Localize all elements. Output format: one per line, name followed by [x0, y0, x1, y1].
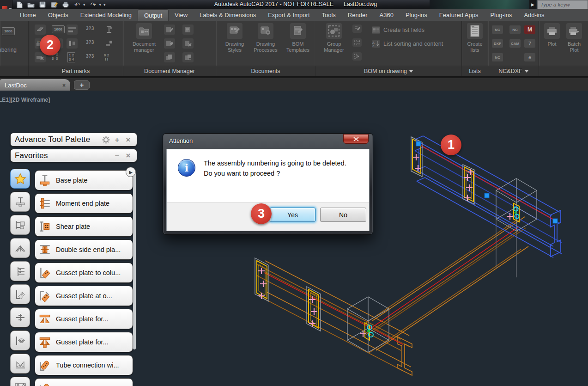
nc-export-icon[interactable]: NC	[509, 25, 521, 34]
tool-tube-connection[interactable]: Tube connection wi...	[35, 355, 133, 375]
tool-gusset-plate-to-column[interactable]: Gusset plate to colu...	[35, 263, 133, 283]
tool-double-side-end-plate[interactable]: Double side end pla...	[35, 239, 133, 260]
drawing-styles-button[interactable]: Drawing Styles	[221, 23, 249, 53]
tab-featured-apps[interactable]: Featured Apps	[433, 9, 485, 21]
plates-mark-icon[interactable]	[67, 38, 78, 49]
document-tab-lastdoc[interactable]: LastDoc ×	[0, 79, 70, 92]
category-tube-button[interactable]	[10, 331, 30, 350]
inventor-export-icon[interactable]: 7	[524, 39, 535, 48]
tab-tools[interactable]: Tools	[316, 9, 342, 21]
doc-delete-icon[interactable]	[182, 38, 194, 49]
search-go-icon[interactable]: ▶	[529, 0, 536, 9]
category-gusset-button[interactable]	[10, 284, 30, 304]
list-sorting-content-button[interactable]: AZ List sorting and content	[372, 40, 443, 48]
dialog-close-button[interactable]	[343, 134, 369, 144]
qat-customize-dropdown-icon[interactable]: ▾	[103, 3, 106, 7]
e-export-icon[interactable]: e	[524, 53, 535, 61]
category-cross-gusset-button[interactable]	[10, 354, 30, 374]
tool-gusset-plate-for-2[interactable]: Gusset plate for...	[35, 332, 133, 352]
doc-detail-icon[interactable]	[182, 25, 194, 35]
category-truss-button[interactable]	[10, 377, 30, 386]
tab-a360[interactable]: A360	[374, 9, 400, 21]
tab-export-import[interactable]: Export & Import	[262, 9, 315, 21]
tab-view[interactable]: View	[169, 9, 194, 21]
tab-labels-dimensions[interactable]: Labels & Dimensions	[194, 9, 262, 21]
bom-templates-button[interactable]: BOM Templates	[284, 23, 312, 53]
open-folder-icon[interactable]	[27, 1, 35, 8]
machine-export-icon[interactable]: M	[524, 25, 535, 34]
numbering-icon[interactable]: 1000	[2, 27, 15, 35]
nc-icon[interactable]: NC	[492, 25, 503, 34]
new-file-icon[interactable]	[16, 1, 23, 8]
grid-marks-icon[interactable]: 1 2 3 4	[67, 52, 75, 62]
plot-button[interactable]: Plot	[543, 23, 561, 47]
cam-icon[interactable]: CAM	[509, 39, 521, 48]
category-roof-button[interactable]	[10, 238, 30, 258]
category-t-connection-button[interactable]	[10, 307, 30, 327]
ncdxf-panel-expand-icon[interactable]	[525, 70, 528, 73]
yes-button[interactable]: Yes	[270, 208, 315, 222]
bom-select-icon[interactable]	[352, 52, 362, 61]
palette-group-titlebar[interactable]: Favorites – ×	[10, 149, 137, 162]
palette-flyout-button[interactable]: ▶	[126, 167, 136, 177]
save-as-icon[interactable]	[50, 1, 58, 8]
bom-add-remove-icon[interactable]	[352, 38, 362, 47]
tool-item-partial[interactable]	[35, 378, 133, 386]
tab-plugins[interactable]: Plug-ins	[400, 9, 433, 21]
doc-update-icon[interactable]	[164, 38, 175, 49]
category-base-plates-button[interactable]	[10, 192, 30, 212]
mark-1000-icon[interactable]: 1000	[52, 25, 65, 33]
tab-home[interactable]: Home	[14, 9, 42, 21]
no-button[interactable]: No	[320, 208, 366, 222]
tab-add-ins[interactable]: Add-ins	[518, 9, 550, 21]
tab-plugins-2[interactable]: Plug-ins	[484, 9, 518, 21]
palette-close-icon[interactable]: ×	[124, 135, 133, 144]
group-collapse-icon[interactable]: –	[113, 151, 121, 160]
group-manager-button[interactable]: Group Manager	[320, 23, 348, 53]
category-stiffeners-button[interactable]	[10, 261, 30, 281]
tool-moment-end-plate[interactable]: Moment end plate	[35, 193, 133, 214]
doc-register-icon[interactable]	[182, 52, 194, 62]
document-tab-close-icon[interactable]: ×	[62, 82, 66, 89]
palette-settings-gear-icon[interactable]	[102, 135, 110, 144]
query-mark-icon-1[interactable]: 3?3	[86, 26, 94, 31]
document-manager-button[interactable]: Document manager	[130, 23, 158, 53]
tool-gusset-plate-at[interactable]: Gusset plate at o...	[35, 286, 133, 306]
category-favorites-button[interactable]	[10, 169, 30, 189]
create-lists-button[interactable]: Create lists	[464, 23, 485, 53]
query-mark-icon-2[interactable]: 3?3	[86, 40, 94, 44]
query-mark-icon-3[interactable]: 3?3	[86, 54, 94, 58]
save-icon[interactable]	[39, 1, 46, 8]
tab-extended-modeling[interactable]: Extended Modeling	[74, 9, 138, 21]
tool-gusset-plate-for-1[interactable]: Gusset plate for...	[35, 309, 133, 329]
plot-printer-icon[interactable]	[62, 1, 69, 8]
doc-copy-icon[interactable]	[164, 52, 175, 62]
tab-output[interactable]: Output	[138, 9, 169, 21]
category-splices-button[interactable]	[10, 215, 30, 235]
doc-edit-icon[interactable]	[164, 25, 175, 35]
redo-icon[interactable]: ↷	[90, 1, 97, 8]
beam-mark-icon[interactable]	[35, 25, 46, 35]
drawing-processes-button[interactable]: Drawing Processes	[250, 23, 281, 53]
undo-icon[interactable]: ↶	[73, 1, 81, 8]
mark-sync-icon[interactable]	[67, 25, 78, 35]
dxf-icon[interactable]: DXF	[492, 39, 503, 48]
tab-objects[interactable]: Objects	[42, 9, 74, 21]
palette-scrollbar[interactable]	[133, 170, 136, 349]
tool-shear-plate[interactable]: Shear plate	[35, 216, 133, 237]
section-mark-icon[interactable]	[103, 25, 115, 35]
help-search-input[interactable]: Type a keyw	[537, 0, 588, 9]
create-list-fields-button[interactable]: Create list fields	[372, 26, 424, 34]
batch-plot-button[interactable]: Batch Plot	[563, 23, 585, 53]
numbering-button-label[interactable]: nbering	[0, 47, 17, 53]
nc-settings-icon[interactable]: NC	[492, 53, 503, 61]
group-close-icon[interactable]: ×	[124, 151, 133, 160]
undo-dropdown-icon[interactable]: ▾	[83, 3, 85, 7]
redo-dropdown-icon[interactable]: ▾	[99, 3, 102, 7]
palette-titlebar[interactable]: Advance Tool Palette + ×	[10, 133, 137, 147]
zero-two-mark-icon[interactable]: 0 2 I I	[104, 53, 109, 61]
bom-panel-expand-icon[interactable]	[409, 70, 413, 73]
bom-edit-icon[interactable]	[352, 25, 362, 33]
tab-render[interactable]: Render	[342, 9, 374, 21]
palette-add-icon[interactable]: +	[113, 135, 121, 144]
